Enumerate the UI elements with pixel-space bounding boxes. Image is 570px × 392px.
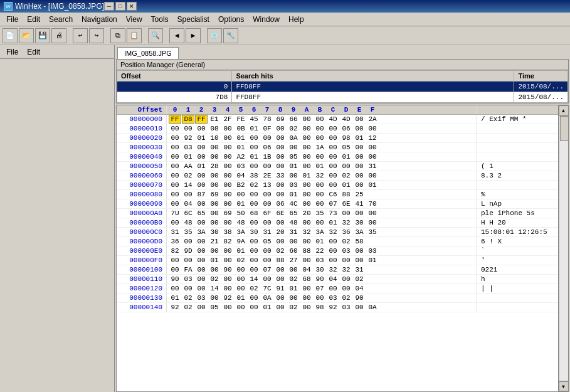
hex-byte[interactable]: 70 — [367, 200, 378, 208]
hex-byte[interactable]: 0A — [288, 134, 299, 142]
hex-byte[interactable]: 00 — [196, 266, 207, 273]
hex-byte[interactable]: 36 — [169, 238, 181, 245]
hex-byte[interactable]: 00 — [275, 238, 286, 245]
hex-byte[interactable]: 32 — [314, 172, 325, 179]
hex-byte[interactable]: 13 — [261, 181, 273, 189]
hex-byte[interactable]: 45 — [248, 115, 260, 123]
hex-byte[interactable]: 00 — [301, 219, 312, 226]
hex-byte[interactable]: 01 — [196, 134, 207, 142]
hex-byte[interactable]: 00 — [235, 304, 246, 311]
new-button[interactable]: 📄 — [3, 28, 18, 43]
hex-byte[interactable]: 00 — [248, 247, 260, 255]
hex-byte[interactable]: 00 — [222, 134, 233, 142]
hex-byte[interactable]: 2E — [261, 172, 273, 179]
hex-byte[interactable]: FF — [169, 115, 181, 123]
hex-byte[interactable]: 02 — [182, 304, 194, 311]
hex-row[interactable]: 000001409202000500000001000200989203000A — [117, 303, 558, 312]
hex-byte[interactable]: 01 — [354, 134, 365, 142]
hex-byte[interactable]: 08 — [209, 125, 220, 132]
hex-byte[interactable]: 03 — [327, 294, 339, 302]
hex-row[interactable]: 000000A07U6C65006950686F6E65203573000000… — [117, 209, 558, 218]
scroll-down[interactable]: ▼ — [559, 381, 569, 391]
hex-byte[interactable]: 7C — [261, 285, 273, 292]
hex-byte[interactable]: 35 — [367, 228, 378, 236]
hex-byte[interactable]: 00 — [301, 238, 312, 245]
hex-byte[interactable]: 00 — [354, 209, 365, 217]
hex-byte[interactable]: 00 — [301, 294, 312, 302]
pm-row[interactable]: 0 FFD8FF 2015/08/... — [117, 82, 568, 92]
hex-byte[interactable]: 7U — [169, 209, 181, 217]
hex-byte[interactable]: 0F — [261, 125, 273, 132]
hex-byte[interactable]: 01 — [235, 294, 246, 302]
hex-byte[interactable]: 04 — [327, 275, 339, 283]
hex-byte[interactable]: 3A — [354, 228, 365, 236]
hex-byte[interactable]: 00 — [222, 275, 233, 283]
hex-byte[interactable]: 00 — [301, 125, 312, 132]
hex-byte[interactable]: 22 — [314, 247, 325, 255]
hex-row[interactable]: 00000120000000140000027C91010007000004 |… — [117, 284, 558, 294]
hex-byte[interactable]: 00 — [301, 153, 312, 161]
hex-byte[interactable]: 90 — [354, 294, 365, 302]
hex-byte[interactable]: 00 — [367, 125, 378, 132]
hex-byte[interactable]: 00 — [196, 153, 207, 161]
hex-byte[interactable]: 00 — [288, 144, 299, 151]
hex-row[interactable]: 00000130010203009201000A00000000030290 — [117, 294, 558, 303]
hex-byte[interactable]: 00 — [182, 191, 194, 198]
hex-byte[interactable]: 03 — [235, 162, 246, 170]
hex-byte[interactable]: 00 — [196, 219, 207, 226]
hex-row[interactable]: 00000060000200000004382E3300013200020000… — [117, 171, 558, 181]
hex-byte[interactable]: 30 — [248, 228, 260, 236]
hex-byte[interactable]: 68 — [248, 209, 260, 217]
hex-byte[interactable]: 00 — [261, 247, 273, 255]
hex-byte[interactable]: 00 — [222, 247, 233, 255]
hex-byte[interactable]: 00 — [196, 238, 207, 245]
hex-byte[interactable]: 01 — [235, 134, 246, 142]
hex-byte[interactable]: 00 — [354, 181, 365, 189]
hex-byte[interactable]: 00 — [354, 153, 365, 161]
hex-row[interactable]: 000000400001000000A2011B0005000000010000 — [117, 152, 558, 162]
hex-byte[interactable]: 00 — [248, 294, 260, 302]
hex-byte[interactable]: 00 — [301, 191, 312, 198]
hex-byte[interactable]: 38 — [248, 172, 260, 179]
hex-byte[interactable]: 00 — [196, 247, 207, 255]
save-button[interactable]: 💾 — [35, 28, 50, 43]
maximize-button[interactable]: □ — [115, 2, 125, 11]
hex-byte[interactable]: 01 — [314, 238, 325, 245]
hex-byte[interactable]: 00 — [314, 219, 325, 226]
hex-byte[interactable]: 00 — [182, 238, 194, 245]
hex-byte[interactable]: 01 — [248, 125, 260, 132]
hex-byte[interactable]: 00 — [340, 285, 352, 292]
hex-byte[interactable]: C6 — [327, 191, 339, 198]
hex-byte[interactable]: 87 — [196, 191, 207, 198]
hex-byte[interactable]: 48 — [288, 219, 299, 226]
hex-byte[interactable]: 10 — [209, 134, 220, 142]
hex-byte[interactable]: 07 — [327, 200, 339, 208]
hex-byte[interactable]: 20 — [301, 209, 312, 217]
hex-byte[interactable]: 00 — [275, 275, 286, 283]
hex-byte[interactable]: 00 — [275, 219, 286, 226]
hex-byte[interactable]: 00 — [275, 125, 286, 132]
hex-byte[interactable]: 00 — [222, 162, 233, 170]
search-button[interactable]: 🔍 — [148, 28, 163, 43]
hex-byte[interactable]: 00 — [169, 181, 181, 189]
hex-byte[interactable]: 01 — [367, 257, 378, 264]
hex-row[interactable]: 0000005000AA0128000300000001000100000031… — [117, 162, 558, 171]
hex-byte[interactable]: 04 — [301, 266, 312, 273]
hex-byte[interactable]: 02 — [354, 275, 365, 283]
hex-byte[interactable]: 00 — [169, 153, 181, 161]
hex-byte[interactable]: 06 — [340, 125, 352, 132]
hex-byte[interactable]: 00 — [209, 219, 220, 226]
hex-byte[interactable]: 92 — [182, 134, 194, 142]
hex-byte[interactable]: 00 — [327, 285, 339, 292]
hex-byte[interactable]: 73 — [327, 209, 339, 217]
hex-byte[interactable]: D8 — [182, 115, 194, 123]
hex-byte[interactable]: 03 — [196, 294, 207, 302]
hex-byte[interactable]: 98 — [340, 134, 352, 142]
hex-byte[interactable]: 00 — [314, 125, 325, 132]
hex-byte[interactable]: 00 — [222, 144, 233, 151]
file-tab[interactable]: IMG_0858.JPG — [117, 47, 179, 59]
hex-byte[interactable]: 00 — [182, 125, 194, 132]
hex-byte[interactable]: 00 — [275, 134, 286, 142]
hex-byte[interactable]: 14 — [248, 275, 260, 283]
hex-byte[interactable]: 04 — [235, 172, 246, 179]
